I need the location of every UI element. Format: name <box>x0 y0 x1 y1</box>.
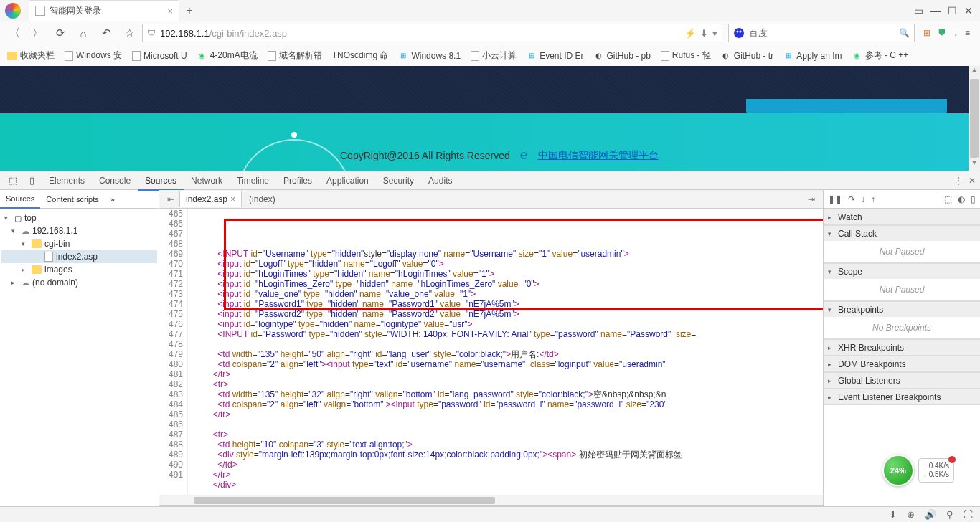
devtools-tab-elements[interactable]: Elements <box>42 172 92 189</box>
bookmark-item[interactable]: TNOscdimg 命 <box>329 48 392 63</box>
tree-images[interactable]: ▸images <box>1 263 157 276</box>
debug-section-global-listeners[interactable]: ▸Global Listeners <box>824 372 980 388</box>
home-button[interactable]: ⌂ <box>73 23 93 43</box>
new-tab-button[interactable]: + <box>179 4 199 17</box>
debug-section-dom-breakpoints[interactable]: ▸DOM Breakpoints <box>824 356 980 371</box>
close-icon[interactable]: × <box>230 194 235 204</box>
url-field[interactable]: 🛡 192.168.1.1 /cgi-bin/index2.asp ⚡ ⬇ ▾ <box>142 24 722 42</box>
page-header <box>0 66 980 113</box>
tree-top[interactable]: ▾▢top <box>1 212 157 224</box>
adblock-icon[interactable]: ⛊ <box>938 28 946 38</box>
flash-icon[interactable]: ⚡ <box>684 28 696 39</box>
app-logo-icon <box>5 3 21 19</box>
devtools-tab-network[interactable]: Network <box>184 172 230 189</box>
deactivate-bp-icon[interactable]: ⬚ <box>944 194 952 204</box>
network-icon[interactable]: ⊕ <box>907 509 915 520</box>
bookmark-item[interactable]: ◉参考 - C ++ <box>849 48 912 63</box>
undo-button[interactable]: ↶ <box>96 23 116 43</box>
bookmark-item[interactable]: Microsoft U <box>129 49 190 62</box>
apps-icon[interactable]: ⊞ <box>923 28 930 38</box>
bookmark-item[interactable]: ⊞Apply an Im <box>781 49 844 62</box>
url-path: /cgi-bin/index2.asp <box>209 28 287 39</box>
async-icon[interactable]: ▯ <box>971 194 976 204</box>
step-into-icon[interactable]: ↓ <box>861 194 865 204</box>
debug-section-scope[interactable]: ▾Scope <box>824 263 980 279</box>
speaker-icon[interactable]: 🔊 <box>925 509 936 520</box>
devtools-tab-audits[interactable]: Audits <box>421 172 459 189</box>
close-icon[interactable]: × <box>167 6 173 16</box>
minimize-icon[interactable]: — <box>930 5 941 16</box>
page-scrollbar[interactable]: ▲ ▼ <box>969 66 980 171</box>
nav-toggle-right-icon[interactable]: ⇥ <box>803 194 820 204</box>
inspect-icon[interactable]: ⬚ <box>4 175 22 186</box>
back-button[interactable]: 〈 <box>4 23 24 43</box>
alert-dot-icon <box>948 456 956 463</box>
bookmark-item[interactable]: 域名解析错 <box>265 48 325 63</box>
tree-host[interactable]: ▾☁192.168.1.1 <box>1 224 157 237</box>
download-icon[interactable]: ⬇ <box>889 509 897 520</box>
devtools-tab-timeline[interactable]: Timeline <box>230 172 276 189</box>
baidu-icon <box>733 27 745 39</box>
bookmark-item[interactable]: Windows 安 <box>62 48 125 63</box>
nav-toggle-icon[interactable]: ⇤ <box>162 194 179 204</box>
bookmark-item[interactable]: Rufus - 轻 <box>658 48 714 63</box>
zoom-icon[interactable]: ⚲ <box>946 509 953 520</box>
tree-index2-asp[interactable]: index2.asp <box>1 250 157 263</box>
shield-icon: 🛡 <box>147 28 156 38</box>
star-button[interactable]: ☆ <box>119 23 139 43</box>
code-content[interactable]: <INPUT id="Username" type="hidden"style=… <box>188 209 823 495</box>
download-manager-icon[interactable]: ↓ <box>953 28 958 38</box>
devtools-more-icon[interactable]: ⋮ <box>954 176 963 186</box>
dropdown-icon[interactable]: ▾ <box>712 28 717 39</box>
content-scripts-tab[interactable]: Content scripts <box>40 191 104 208</box>
tree-cgi-bin[interactable]: ▾cgi-bin <box>1 237 157 250</box>
bookmark-item[interactable]: ⊞Event ID Er <box>524 49 586 62</box>
search-icon[interactable]: 🔍 <box>899 28 910 38</box>
devtools-tab-console[interactable]: Console <box>92 172 138 189</box>
sources-sidebar: Sources Content scripts » ▾▢top ▾☁192.16… <box>0 190 159 522</box>
skin-icon[interactable]: ▭ <box>914 5 923 16</box>
reload-button[interactable]: ⟳ <box>50 23 70 43</box>
debug-section-call-stack[interactable]: ▾Call Stack <box>824 225 980 241</box>
network-monitor-widget[interactable]: 24% ↑ 0.4K/s ↓ 0.5K/s <box>882 455 954 486</box>
devtools-tab-sources[interactable]: Sources <box>138 172 184 191</box>
debug-section-watch[interactable]: ▸Watch <box>824 209 980 224</box>
app-logo[interactable] <box>0 0 26 21</box>
browser-tab[interactable]: 智能网关登录 × <box>29 0 179 21</box>
bookmark-item[interactable]: ◉4-20mA电流 <box>194 48 260 63</box>
debug-section-breakpoints[interactable]: ▾Breakpoints <box>824 301 980 317</box>
file-tab-index[interactable]: (index) <box>243 191 281 207</box>
browser-chrome: 智能网关登录 × + ▭ — ☐ ✕ 〈 〉 ⟳ ⌂ ↶ ☆ 🛡 192.168… <box>0 0 980 66</box>
fullscreen-icon[interactable]: ⛶ <box>963 509 973 520</box>
bookmark-item[interactable]: 小云计算 <box>468 48 519 63</box>
search-field[interactable]: 百度 🔍 <box>728 24 915 42</box>
debug-section-event-listener-breakpoints[interactable]: ▸Event Listener Breakpoints <box>824 389 980 404</box>
step-out-icon[interactable]: ↑ <box>871 194 875 204</box>
menu-icon[interactable]: ≡ <box>965 28 970 38</box>
devtools-tab-profiles[interactable]: Profiles <box>276 172 319 189</box>
window-controls: ▭ — ☐ ✕ <box>907 5 980 16</box>
platform-link[interactable]: 中国电信智能网关管理平台 <box>538 149 659 162</box>
maximize-icon[interactable]: ☐ <box>948 5 957 16</box>
close-window-icon[interactable]: ✕ <box>964 5 973 16</box>
step-over-icon[interactable]: ↷ <box>848 194 855 204</box>
devtools-tab-security[interactable]: Security <box>376 172 421 189</box>
debug-section-xhr-breakpoints[interactable]: ▸XHR Breakpoints <box>824 339 980 355</box>
horizontal-scrollbar[interactable] <box>159 495 823 505</box>
bookmark-item[interactable]: ◐GitHub - pb <box>590 49 653 62</box>
pause-icon[interactable]: ❚❚ <box>828 194 842 204</box>
file-tab-active[interactable]: index2.asp× <box>179 191 242 207</box>
search-placeholder: 百度 <box>749 27 899 39</box>
device-icon[interactable]: ▯ <box>23 175 40 186</box>
bookmark-item[interactable]: ◐GitHub - tr <box>718 49 776 62</box>
devtools-close-icon[interactable]: ✕ <box>969 176 976 186</box>
more-tabs-icon[interactable]: » <box>105 191 121 208</box>
sources-tab[interactable]: Sources <box>0 190 40 209</box>
devtools-tab-application[interactable]: Application <box>319 172 376 189</box>
pause-exceptions-icon[interactable]: ◐ <box>958 194 965 204</box>
forward-button[interactable]: 〉 <box>27 23 47 43</box>
download-icon[interactable]: ⬇ <box>700 28 708 39</box>
bookmark-item[interactable]: 收藏夹栏 <box>4 48 57 63</box>
bookmark-item[interactable]: ⊞Windows 8.1 <box>395 49 463 62</box>
tree-nodomain[interactable]: ▸☁(no domain) <box>1 276 157 289</box>
